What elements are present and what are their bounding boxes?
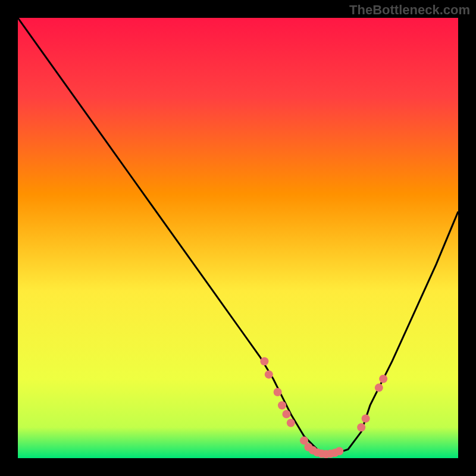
data-marker — [357, 423, 365, 431]
data-marker — [287, 419, 295, 427]
gradient-background — [18, 18, 458, 458]
data-marker — [375, 384, 383, 392]
data-marker — [278, 401, 286, 409]
data-marker — [379, 375, 387, 383]
data-marker — [260, 357, 268, 365]
data-marker — [335, 447, 343, 455]
data-marker — [362, 414, 370, 422]
chart-svg — [18, 18, 458, 458]
chart-plot-area — [18, 18, 458, 458]
data-marker — [282, 410, 290, 418]
watermark-text: TheBottleneck.com — [349, 2, 470, 18]
data-marker — [274, 388, 282, 396]
data-marker — [265, 370, 273, 378]
